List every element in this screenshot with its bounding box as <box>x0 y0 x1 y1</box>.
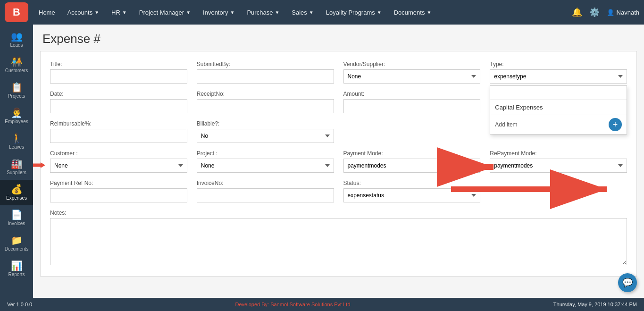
reimbursable-label: Reimbursable%: <box>50 120 187 127</box>
billable-select[interactable]: No Yes <box>197 129 334 143</box>
nav-inventory[interactable]: Inventory ▼ <box>197 5 240 20</box>
brand-letter: B <box>13 6 20 18</box>
nav-items: Home Accounts ▼ HR ▼ Project Manager ▼ I… <box>33 5 572 20</box>
type-select[interactable]: expensetype <box>490 69 627 84</box>
status-select[interactable]: expensestatus <box>343 188 481 202</box>
sidebar-label-reports: Reports <box>8 272 25 277</box>
customers-icon: 🧑‍🤝‍🧑 <box>11 57 23 67</box>
notes-label: Notes: <box>50 210 627 216</box>
customer-label: Customer : <box>50 150 187 157</box>
form-container: Title: SubmittedBy: Vendor/Supplier: Non… <box>33 51 644 298</box>
type-add-button[interactable]: + <box>609 118 622 131</box>
sidebar-item-reports[interactable]: 📊 Reports <box>0 256 33 282</box>
project-group: Project : None <box>197 150 334 173</box>
sidebar-item-invoices[interactable]: 📄 Invoices <box>0 205 33 231</box>
reports-icon: 📊 <box>11 261 23 270</box>
documents-icon: 📁 <box>11 235 23 245</box>
vendor-group: Vendor/Supplier: None <box>343 61 481 84</box>
repayment-mode-select[interactable]: paymentmodes <box>490 159 627 173</box>
sidebar-item-projects[interactable]: 📋 Projects <box>0 78 33 103</box>
reimbursable-input[interactable] <box>50 129 187 143</box>
suppliers-icon: 🏭 <box>11 159 23 168</box>
nav-project-manager[interactable]: Project Manager ▼ <box>134 5 196 20</box>
main-layout: 👥 Leads 🧑‍🤝‍🧑 Customers 📋 Projects 👨‍💼 E… <box>0 25 644 298</box>
vendor-select[interactable]: None <box>343 69 481 84</box>
type-option-capital[interactable]: Capital Expenses <box>490 100 627 115</box>
arrow-annotation-1 <box>33 162 45 168</box>
leads-icon: 👥 <box>11 32 23 41</box>
sidebar-label-projects: Projects <box>8 93 25 99</box>
empty-col-4b <box>490 180 627 202</box>
receipt-label: ReceiptNo: <box>197 91 334 97</box>
receipt-input[interactable] <box>197 99 334 113</box>
nav-hr[interactable]: HR ▼ <box>106 5 133 20</box>
content-area: Expense # Title: SubmittedBy: Vendor/Sup… <box>33 25 644 298</box>
amount-input[interactable] <box>343 99 481 113</box>
billable-group: Billable?: No Yes <box>197 120 334 143</box>
payment-mode-select[interactable]: paymentmodes <box>343 159 481 173</box>
repayment-mode-label: RePayment Mode: <box>490 150 627 157</box>
title-input[interactable] <box>50 69 187 84</box>
nav-documents[interactable]: Documents ▼ <box>388 5 437 20</box>
username: Navnath <box>617 9 639 16</box>
form-row-5: Payment Ref No: InvoiceNo: Status: expen… <box>50 180 627 202</box>
version-text: Ver 1.0.0.0 <box>7 302 32 307</box>
nav-accounts[interactable]: Accounts ▼ <box>62 5 105 20</box>
customer-select[interactable]: None <box>50 159 187 173</box>
nav-purchase[interactable]: Purchase ▼ <box>241 5 285 20</box>
invoice-no-input[interactable] <box>197 188 334 202</box>
date-input[interactable] <box>50 99 187 113</box>
sidebar-item-leads[interactable]: 👥 Leads <box>0 27 33 52</box>
submitted-by-label: SubmittedBy: <box>197 61 334 67</box>
amount-label: Amount: <box>343 91 481 97</box>
nav-home[interactable]: Home <box>33 5 61 20</box>
date-label: Date: <box>50 91 187 97</box>
status-group: Status: expensestatus <box>343 180 481 202</box>
chat-bubble[interactable]: 💬 <box>618 273 637 292</box>
sidebar-item-expenses[interactable]: 💰 Expenses <box>0 180 33 205</box>
project-select[interactable]: None <box>197 159 334 173</box>
sidebar-label-documents: Documents <box>5 246 29 252</box>
sidebar-label-invoices: Invoices <box>8 221 25 226</box>
sidebar-label-customers: Customers <box>5 68 28 73</box>
project-label: Project : <box>197 150 334 157</box>
sidebar-item-documents[interactable]: 📁 Documents <box>0 231 33 256</box>
title-group: Title: <box>50 61 187 84</box>
developer-info: Developed By: Sanmol Software Solutions … <box>235 302 351 307</box>
vendor-label: Vendor/Supplier: <box>343 61 481 67</box>
title-label: Title: <box>50 61 187 67</box>
user-menu[interactable]: 👤 Navnath <box>607 9 639 16</box>
page-header: Expense # <box>33 25 644 51</box>
leaves-icon: 🚶 <box>11 134 23 143</box>
submitted-by-group: SubmittedBy: <box>197 61 334 84</box>
settings-icon[interactable]: ⚙️ <box>589 7 600 17</box>
nav-sales[interactable]: Sales ▼ <box>286 5 319 20</box>
projects-icon: 📋 <box>11 83 23 92</box>
payment-mode-group: Payment Mode: paymentmodes <box>343 150 481 173</box>
expenses-icon: 💰 <box>11 185 23 194</box>
notifications-icon[interactable]: 🔔 <box>572 7 582 17</box>
invoice-no-group: InvoiceNo: <box>197 180 334 202</box>
nav-loyalty[interactable]: Loyality Programs ▼ <box>320 5 387 20</box>
sidebar-item-suppliers[interactable]: 🏭 Suppliers <box>0 154 33 180</box>
sidebar-item-employees[interactable]: 👨‍💼 Employees <box>0 103 33 129</box>
employees-icon: 👨‍💼 <box>11 108 23 118</box>
payment-ref-input[interactable] <box>50 188 187 202</box>
type-group: Type: expensetype Capital Expenses Add i… <box>490 61 627 84</box>
payment-ref-label: Payment Ref No: <box>50 180 187 186</box>
notes-textarea[interactable] <box>50 218 627 265</box>
sidebar-item-leaves[interactable]: 🚶 Leaves <box>0 129 33 154</box>
brand-logo[interactable]: B <box>5 2 28 22</box>
type-add-row: Add item + <box>490 115 627 134</box>
invoices-icon: 📄 <box>11 210 23 219</box>
date-group: Date: <box>50 91 187 113</box>
billable-label: Billable?: <box>197 120 334 127</box>
type-dropdown-popup: Capital Expenses Add item + <box>490 85 627 134</box>
sidebar-item-customers[interactable]: 🧑‍🤝‍🧑 Customers <box>0 52 33 78</box>
form-card: Title: SubmittedBy: Vendor/Supplier: Non… <box>40 51 637 277</box>
datetime-text: Thursday, May 9, 2019 10:37:44 PM <box>553 302 637 307</box>
type-search-input[interactable] <box>490 86 627 100</box>
submitted-by-input[interactable] <box>197 69 334 84</box>
page-title: Expense # <box>42 32 635 46</box>
form-row-4: Customer : None Project : None Payment M… <box>50 150 627 173</box>
